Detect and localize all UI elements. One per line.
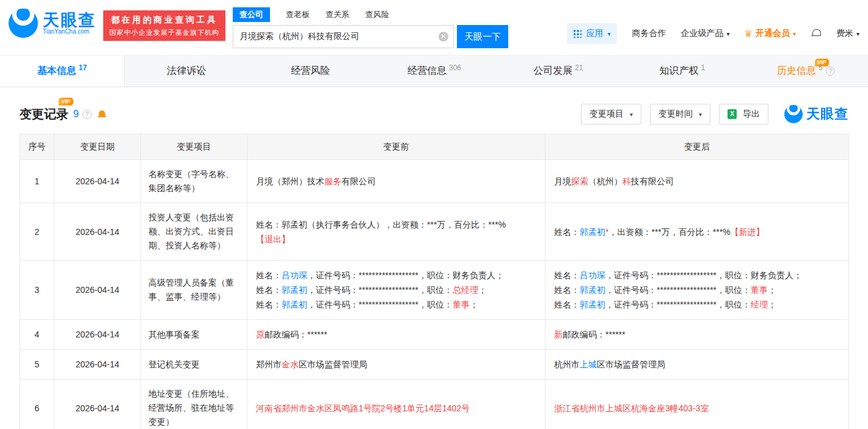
table-row: 12026-04-14名称变更（字号名称、集团名称等）月境（郑州）技术服务有限公… [20,160,849,203]
tab-operating-risk[interactable]: 经营风险 [249,56,373,87]
text-segment: 【新进】 [731,227,765,237]
text-segment: 董事 [751,285,768,295]
column-header-item: 变更项目 [141,134,247,160]
text-segment: 【退出】 [256,234,290,244]
cell-line: 河南省郑州市金水区凤鸣路1号院2号楼1单元14层1402号 [256,401,536,416]
nav-enterprise-products[interactable]: 企业级产品 ▾ [680,28,729,39]
chevron-down-icon: ▾ [699,111,702,118]
table-head: 序号 变更日期 变更项目 变更前 变更后 [20,134,849,160]
search-tab-risk[interactable]: 查风险 [365,7,389,22]
tab-label: 知识产权 [659,65,698,78]
text-segment: 新 [554,330,563,339]
help-icon[interactable]: ? [826,67,835,76]
apps-menu[interactable]: 应用 ▾ [567,23,617,44]
search-tab-boss[interactable]: 查老板 [286,7,310,22]
tab-intellectual-property[interactable]: 知识产权 1 [620,56,744,87]
cell-line: 姓名：郭孟初，证件号码：******************，职位：董事； [256,297,536,312]
text-segment: 区市场监督管理局 [597,359,665,369]
person-link[interactable]: 上城 [580,359,597,369]
cooperation-label: 商务合作 [632,28,666,39]
text-segment: 金水 [282,359,299,369]
text-segment: 区市场监督管理局 [299,359,367,369]
change-date: 2026-04-14 [54,320,141,350]
search-box: ✕ [233,25,454,48]
brand-domain: TianYanCha.com [43,29,96,35]
text-segment: 月境 [554,176,571,186]
search-input[interactable] [233,25,454,48]
text-segment: ，证件号码：******************，职位： [605,285,751,295]
table-row: 22026-04-14投资人变更（包括出资额、出资方式、出资日期、投资人名称等）… [20,203,849,261]
help-icon[interactable]: ? [82,110,92,119]
text-segment: ，证件号码：******************，职位： [307,300,453,309]
cell-line: 【退出】 [256,232,536,247]
row-number: 3 [20,261,54,320]
text-segment: ，证件号码：******************，职位：财务负责人； [307,270,504,280]
nav-cooperation[interactable]: 商务合作 [632,28,666,39]
row-number: 5 [20,350,54,380]
text-segment: 河南省郑州市金水区凤鸣路1号院2号楼1单元14层1402号 [256,403,470,413]
person-link[interactable]: 吕功琛 [282,270,307,280]
company-detail-tabs: 基本信息 17 法律诉讼 经营风险 经营信息 306 公司发展 21 知识产权 … [0,55,868,87]
column-header-no: 序号 [20,134,54,160]
search-button[interactable]: 天眼一下 [457,25,508,48]
nav-open-vip[interactable]: ♛ 开通会员 ▾ [744,28,795,39]
text-segment: ，证件号码：******************，职位：财务负责人； [605,270,802,280]
search-tab-company[interactable]: 查公司 [233,7,270,22]
text-segment: 董事 [453,300,470,309]
search-tabs: 查公司 查老板 查关系 查风险 [233,7,509,22]
tab-legal-proceedings[interactable]: 法律诉讼 [125,56,249,87]
section-header: VIP 变更记录 9 ? 变更项目 ▾ 变更时间 ▾ X 导出 天眼查 [20,102,848,126]
tianyancha-logo-icon [9,9,38,38]
tab-label: 公司发展 [533,65,572,78]
change-date: 2026-04-14 [54,380,141,429]
tab-count: 1 [701,63,705,72]
search-tab-relation[interactable]: 查关系 [326,7,349,22]
chevron-down-icon: ▾ [856,31,859,37]
change-table-body: 12026-04-14名称变更（字号名称、集团名称等）月境（郑州）技术服务有限公… [20,160,849,429]
text-segment: 浙江省杭州市上城区杭海金座3幢403-3室 [554,403,709,413]
filter-change-item-dropdown[interactable]: 变更项目 ▾ [581,104,641,124]
user-menu[interactable]: 费米 ▾ [836,28,859,39]
change-item: 投资人变更（包括出资额、出资方式、出资日期、投资人名称等） [141,203,247,261]
filter-change-time-dropdown[interactable]: 变更时间 ▾ [650,104,710,124]
export-button[interactable]: X 导出 [719,104,768,124]
chevron-down-icon: ▾ [726,31,729,37]
cell-line: 杭州市上城区市场监督管理局 [554,357,840,372]
text-segment: 邮政编码：****** [563,330,625,339]
cell-line: 新邮政编码：****** [554,327,840,342]
text-segment: 邮政编码：****** [264,330,327,339]
search-bar: 查公司 查老板 查关系 查风险 ✕ 天眼一下 [233,7,509,48]
tab-history-info[interactable]: VIP 历史信息 5 ? [744,56,868,87]
tab-basic-info[interactable]: 基本信息 17 [0,56,125,87]
export-label: 导出 [743,109,760,120]
tab-operating-info[interactable]: 经营信息 306 [373,56,497,87]
tab-company-development[interactable]: 公司发展 21 [496,56,620,87]
change-after-cell: 浙江省杭州市上城区杭海金座3幢403-3室 [545,380,849,429]
person-link[interactable]: 郭孟初 [282,300,307,309]
clear-icon[interactable]: ✕ [439,32,448,41]
section-title: 变更记录 [20,106,68,123]
row-number: 4 [20,320,54,350]
text-segment: （杭州） [588,176,622,186]
text-segment: 探索 [571,176,588,186]
person-link[interactable]: 郭孟初 [580,300,605,309]
username: 费米 [836,28,853,39]
person-link[interactable]: 郭孟初 [282,285,307,295]
notification-bell-icon[interactable] [811,29,822,39]
brand-name: 天眼查 [43,12,96,29]
text-segment: 姓名： [256,270,282,280]
cell-line: 浙江省杭州市上城区杭海金座3幢403-3室 [554,401,840,416]
text-segment: ； [470,300,478,309]
text-segment: 有限公司 [341,176,376,186]
text-segment: ，证件号码：******************，职位： [605,300,751,309]
tab-count: 306 [449,63,461,72]
apps-grid-icon [574,30,582,38]
excel-icon: X [728,109,737,119]
change-date: 2026-04-14 [54,203,141,261]
person-link[interactable]: 郭孟初 [580,285,605,295]
tab-label: 法律诉讼 [167,65,206,78]
person-link[interactable]: 吕功琛 [580,270,605,280]
person-link[interactable]: 郭孟初 [580,227,605,237]
tianyancha-logo[interactable]: 天眼查 TianYanCha.com [9,9,96,38]
subscribe-bell-icon[interactable] [97,109,108,120]
